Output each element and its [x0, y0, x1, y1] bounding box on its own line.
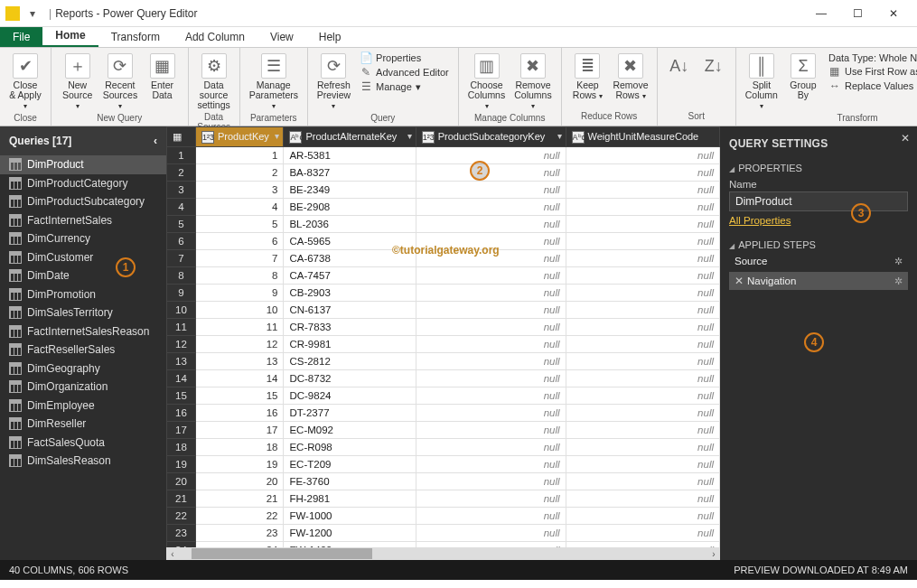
query-item[interactable]: FactInternetSales	[0, 211, 166, 230]
query-item[interactable]: DimSalesReason	[0, 452, 166, 471]
scroll-left-icon[interactable]: ‹	[166, 547, 179, 560]
table-icon	[9, 288, 22, 301]
manage-parameters-button[interactable]: ☰Manage Parameters ▾	[246, 51, 302, 113]
tab-home[interactable]: Home	[42, 25, 98, 47]
query-item[interactable]: DimProductCategory	[0, 174, 166, 193]
table-row[interactable]: 2121FH-2981nullnull	[167, 490, 720, 508]
close-settings-button[interactable]: ✕	[901, 132, 910, 145]
table-row[interactable]: 2222FW-1000nullnull	[167, 508, 720, 525]
table-row[interactable]: 77CA-6738nullnull	[167, 250, 720, 267]
table-icon	[9, 454, 22, 467]
rownum-header[interactable]: ▦	[167, 127, 196, 147]
enter-data-button[interactable]: ▦Enter Data	[143, 51, 182, 102]
qat-dropdown-icon[interactable]: ▾	[25, 6, 40, 21]
table-row[interactable]: 1010CN-6137nullnull	[167, 302, 720, 319]
replace-values-button[interactable]: ↔Replace Values	[825, 79, 917, 92]
query-item[interactable]: FactResellerSales	[0, 341, 166, 359]
split-column-button[interactable]: ║Split Column ▾	[742, 51, 781, 113]
table-row[interactable]: 2020FE-3760nullnull	[167, 473, 720, 490]
table-row[interactable]: 1616DT-2377nullnull	[167, 405, 720, 422]
table-row[interactable]: 1717EC-M092nullnull	[167, 422, 720, 439]
remove-columns-button[interactable]: ✖Remove Columns ▾	[510, 51, 555, 113]
scroll-thumb[interactable]	[192, 548, 372, 559]
table-row[interactable]: 1919EC-T209nullnull	[167, 456, 720, 473]
close-apply-button[interactable]: ✔Close & Apply ▾	[5, 51, 45, 113]
table-row[interactable]: 1414DC-8732nullnull	[167, 370, 720, 387]
tab-add-column[interactable]: Add Column	[173, 27, 257, 47]
collapse-queries-icon[interactable]: ‹	[154, 135, 157, 147]
query-item[interactable]: DimOrganization	[0, 378, 166, 397]
table-row[interactable]: 33BE-2349nullnull	[167, 182, 720, 199]
minimize-button[interactable]: —	[803, 0, 839, 27]
query-item[interactable]: DimCustomer	[0, 248, 166, 267]
table-row[interactable]: 1212CR-9981nullnull	[167, 336, 720, 353]
recent-sources-button[interactable]: ⟳Recent Sources ▾	[99, 51, 140, 113]
choose-columns-button[interactable]: ▥Choose Columns ▾	[464, 51, 509, 113]
group-by-button[interactable]: ΣGroup By	[783, 51, 823, 102]
first-row-headers-button[interactable]: ▦Use First Row as Headers ▾	[825, 65, 917, 78]
query-item[interactable]: DimSalesTerritory	[0, 303, 166, 322]
query-item[interactable]: DimPromotion	[0, 285, 166, 304]
chevron-down-icon[interactable]: ▾	[557, 131, 562, 141]
col-header-weightunitmeasurecode[interactable]: AᵇcWeightUnitMeasureCode	[566, 127, 719, 147]
table-row[interactable]: 2323FW-1200nullnull	[167, 525, 720, 542]
data-type-dropdown[interactable]: Data Type: Whole Number ▾	[825, 51, 917, 63]
col-header-productalternatekey[interactable]: AᵇcProductAlternateKey▾	[284, 127, 416, 147]
advanced-editor-button[interactable]: ✎Advanced Editor	[356, 66, 453, 79]
table-row[interactable]: 22BA-8327nullnull	[167, 164, 720, 182]
close-button[interactable]: ✕	[875, 0, 912, 27]
new-source-button[interactable]: ＋New Source ▾	[57, 51, 98, 113]
maximize-button[interactable]: ☐	[839, 0, 875, 27]
query-item[interactable]: DimEmployee	[0, 397, 166, 415]
applied-steps-section[interactable]: APPLIED STEPS	[729, 239, 908, 250]
step-navigation[interactable]: ✕Navigation✲	[729, 272, 908, 290]
query-settings-panel: QUERY SETTINGS ✕ PROPERTIES Name All Pro…	[720, 126, 917, 560]
table-icon	[9, 195, 22, 208]
query-item[interactable]: DimCurrency	[0, 229, 166, 248]
tab-transform[interactable]: Transform	[98, 27, 173, 47]
properties-button[interactable]: 📄Properties	[356, 51, 453, 64]
manage-button[interactable]: ☰Manage ▾	[356, 80, 453, 93]
query-item[interactable]: DimProduct	[0, 155, 166, 174]
tab-help[interactable]: Help	[306, 27, 354, 47]
all-properties-link[interactable]: All Properties	[729, 215, 791, 226]
table-row[interactable]: 88CA-7457nullnull	[167, 267, 720, 285]
table-row[interactable]: 99CB-2903nullnull	[167, 285, 720, 302]
properties-section[interactable]: PROPERTIES	[729, 163, 908, 173]
remove-rows-button[interactable]: ✖Remove Rows ▾	[610, 51, 651, 103]
col-header-productkey[interactable]: 1²3ProductKey▾	[196, 127, 284, 147]
table-icon	[9, 177, 22, 190]
sort-desc-button[interactable]: Z↓	[697, 51, 730, 80]
tab-view[interactable]: View	[257, 27, 306, 47]
table-row[interactable]: 1818EC-R098nullnull	[167, 439, 720, 456]
query-item[interactable]: DimDate	[0, 266, 166, 285]
table-row[interactable]: 66CA-5965nullnull	[167, 233, 720, 250]
keep-rows-button[interactable]: ≣Keep Rows ▾	[567, 51, 609, 103]
data-source-settings-button[interactable]: ⚙Data source settings	[194, 51, 234, 112]
chevron-down-icon[interactable]: ▾	[407, 131, 412, 141]
col-header-productsubcategorykey[interactable]: 1²3ProductSubcategoryKey▾	[416, 127, 566, 147]
data-grid[interactable]: ▦ 1²3ProductKey▾ AᵇcProductAlternateKey▾…	[166, 126, 720, 560]
table-row[interactable]: 1111CR-7833nullnull	[167, 319, 720, 336]
chevron-down-icon[interactable]: ▾	[275, 131, 279, 141]
query-item[interactable]: DimReseller	[0, 415, 166, 434]
query-name-input[interactable]	[729, 191, 908, 211]
table-row[interactable]: 44BE-2908nullnull	[167, 199, 720, 216]
horizontal-scrollbar[interactable]: ‹ ›	[166, 547, 720, 560]
table-row[interactable]: 1515DC-9824nullnull	[167, 387, 720, 405]
query-item[interactable]: FactInternetSalesReason	[0, 322, 166, 341]
table-row[interactable]: 11AR-5381nullnull	[167, 147, 720, 164]
step-source[interactable]: Source✲	[729, 252, 908, 270]
table-row[interactable]: 55BL-2036nullnull	[167, 216, 720, 233]
query-item[interactable]: DimProductSubcategory	[0, 192, 166, 211]
sort-asc-button[interactable]: A↓	[663, 51, 696, 80]
gear-icon[interactable]: ✲	[894, 275, 903, 287]
gear-icon[interactable]: ✲	[894, 256, 903, 267]
refresh-preview-button[interactable]: ⟳Refresh Preview ▾	[313, 51, 354, 113]
scroll-right-icon[interactable]: ›	[707, 547, 720, 560]
query-item[interactable]: DimGeography	[0, 359, 166, 378]
table-icon	[9, 232, 22, 245]
table-row[interactable]: 1313CS-2812nullnull	[167, 353, 720, 370]
query-item[interactable]: FactSalesQuota	[0, 434, 166, 453]
tab-file[interactable]: File	[0, 27, 42, 47]
